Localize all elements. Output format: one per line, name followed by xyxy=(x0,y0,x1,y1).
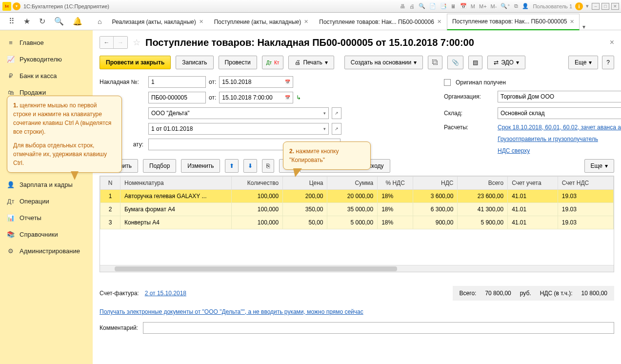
provesti-zakryt-button[interactable]: Провести и закрыть xyxy=(100,56,171,69)
sidebar-item-catalogs[interactable]: 📚Справочники xyxy=(0,226,93,243)
close-icon[interactable]: ✕ xyxy=(570,19,574,25)
h-scrollbar[interactable] xyxy=(100,265,614,272)
calendar-icon[interactable]: 📅 xyxy=(283,80,290,84)
calendar-icon[interactable]: 📅 xyxy=(459,3,468,9)
raschety-link[interactable]: Срок 18.10.2018, 60.01, 60.02, зачет ава… xyxy=(498,124,621,131)
tab-postuplenie-5[interactable]: Поступление товаров: Нак... ПБ00-000005✕ xyxy=(447,14,580,30)
user-name[interactable]: Пользователь 1 xyxy=(532,3,573,9)
close-window-button[interactable]: ✕ xyxy=(611,3,619,10)
create-based-on-button[interactable]: Создать на основании▾ xyxy=(344,56,423,69)
gruzo-link[interactable]: Грузоотправитель и грузополучатель xyxy=(498,136,598,142)
move-down-button[interactable]: ⬇ xyxy=(243,159,257,173)
sidebar-item-reports[interactable]: 📊Отчеты xyxy=(0,209,93,226)
table-row[interactable]: 3Конверты А4100,00050,005 000,0018%900,0… xyxy=(100,216,614,229)
close-icon[interactable]: ✕ xyxy=(437,19,441,25)
col-nds[interactable]: НДС xyxy=(413,177,458,190)
total-value: 70 800,00 xyxy=(485,290,511,297)
zoom-icon[interactable]: 🔍⁺ xyxy=(500,3,511,9)
minimize-button[interactable]: – xyxy=(592,3,600,10)
mem-plus[interactable]: M+ xyxy=(478,3,488,9)
col-accnds[interactable]: Счет НДС xyxy=(558,177,613,190)
goods-table: N Номенклатура Количество Цена Сумма % Н… xyxy=(100,176,614,272)
comment-input[interactable] xyxy=(143,322,614,334)
main-menu-dropdown[interactable]: ▾ xyxy=(13,2,20,10)
open-ref-button[interactable]: ↗ xyxy=(332,107,341,119)
calc-icon[interactable]: 🖩 xyxy=(450,3,457,9)
post-icon[interactable]: ↳ xyxy=(296,94,301,101)
calendar-icon[interactable]: 📅 xyxy=(283,95,290,100)
close-icon[interactable]: ✕ xyxy=(304,19,308,25)
col-n[interactable]: N xyxy=(100,177,120,190)
doc-no-input[interactable]: ПБ00-000005 xyxy=(148,92,206,103)
docs-icon[interactable]: 📑 xyxy=(439,3,448,9)
sf-link[interactable]: 2 от 15.10.2018 xyxy=(145,290,186,297)
nakladnaya-no-input[interactable]: 1 xyxy=(148,76,206,88)
search-main-icon[interactable]: 🔍 xyxy=(54,17,64,26)
mem-minus[interactable]: M- xyxy=(490,3,498,9)
col-nom[interactable]: Номенклатура xyxy=(120,177,232,190)
print-icon[interactable]: 🖶 xyxy=(399,3,406,9)
col-sum[interactable]: Сумма xyxy=(327,177,378,190)
favorite-star-icon[interactable]: ☆ xyxy=(133,37,140,48)
tab-postuplenie-list[interactable]: Поступление (акты, накладные)✕ xyxy=(209,14,314,30)
org-input[interactable]: Торговый Дом ООО▾ xyxy=(498,91,621,102)
edo-button[interactable]: ⇄ЭДО▾ xyxy=(487,56,525,69)
doc-date-input[interactable]: 15.10.2018 7:00:00📅 xyxy=(219,92,293,103)
original-checkbox[interactable] xyxy=(444,79,451,86)
move-up-button[interactable]: ⬆ xyxy=(225,159,239,173)
tabs-overflow[interactable]: ▾ xyxy=(580,23,588,30)
open-ref-button[interactable]: ↗ xyxy=(332,123,341,135)
favorite-icon[interactable]: ★ xyxy=(23,17,30,26)
sidebar-item-admin[interactable]: ⚙Администрирование xyxy=(0,243,93,259)
info-icon[interactable]: i xyxy=(575,2,583,10)
edo-offer-link[interactable]: Получать электронные документы от "ООО "… xyxy=(100,308,363,315)
close-doc-icon[interactable]: × xyxy=(610,38,614,47)
mem-clear[interactable]: M xyxy=(470,3,476,9)
table-more-button[interactable]: Еще▾ xyxy=(584,159,614,173)
tab-realization[interactable]: Реализация (акты, накладные)✕ xyxy=(106,14,208,30)
back-button[interactable]: ← xyxy=(100,37,114,48)
provesti-button[interactable]: Провести xyxy=(219,56,257,69)
table-row[interactable]: 2Бумага формат А4100,000350,0035 000,001… xyxy=(100,203,614,216)
list-button[interactable]: ▤ xyxy=(468,56,482,69)
more-button[interactable]: Еще▾ xyxy=(568,56,598,69)
nds-link[interactable]: НДС сверху xyxy=(498,147,530,154)
contragent-input[interactable]: ООО "Дельта"▾ xyxy=(148,107,329,119)
change-button[interactable]: Изменить xyxy=(181,159,220,173)
history-icon[interactable]: ↻ xyxy=(39,17,45,26)
sidebar-item-bank[interactable]: ₽Банк и касса xyxy=(0,67,93,84)
table-row[interactable]: 1Авторучка гелевая GALAXY ...100,000200,… xyxy=(100,190,614,203)
bell-icon[interactable]: 🔔 xyxy=(73,17,82,26)
col-qty[interactable]: Количество xyxy=(232,177,283,190)
sidebar-item-operations[interactable]: ДтОперации xyxy=(0,193,93,209)
help-button[interactable]: ? xyxy=(602,56,614,69)
sklad-input[interactable]: Основной склад▾ xyxy=(498,107,621,119)
windows-icon[interactable]: ⧉ xyxy=(513,3,519,9)
col-price[interactable]: Цена xyxy=(283,177,327,190)
sidebar-item-main[interactable]: ≡Главное xyxy=(0,34,93,51)
close-icon[interactable]: ✕ xyxy=(199,19,203,25)
maximize-button[interactable]: □ xyxy=(601,3,609,10)
col-acc[interactable]: Счет учета xyxy=(508,177,558,190)
info-dd[interactable]: ▾ xyxy=(585,3,590,9)
home-icon[interactable]: ⌂ xyxy=(93,18,106,25)
col-total[interactable]: Всего xyxy=(458,177,508,190)
podbor-button[interactable]: Подбор xyxy=(143,159,176,173)
sidebar-item-manager[interactable]: 📈Руководителю xyxy=(0,51,93,67)
sidebar-item-hr[interactable]: 👤Зарплата и кадры xyxy=(0,176,93,193)
attach-button[interactable]: 📎 xyxy=(447,56,463,69)
forward-button[interactable]: → xyxy=(114,37,127,48)
struct-button[interactable]: ⿻ xyxy=(428,56,442,69)
tab-postuplenie-6[interactable]: Поступление товаров: Нак... ПБ00-000006✕ xyxy=(314,14,447,30)
zapisat-button[interactable]: Записать xyxy=(176,56,213,69)
dogovor-input[interactable]: 1 от 01.01.2018▾ xyxy=(148,123,329,135)
apps-icon[interactable]: ⠿ xyxy=(9,17,15,26)
doc-icon[interactable]: 📄 xyxy=(428,3,437,9)
copy-button[interactable]: ⎘ xyxy=(262,159,274,173)
print-button[interactable]: 🖨Печать▾ xyxy=(288,56,334,69)
print2-icon[interactable]: 🖨 xyxy=(408,3,416,9)
dtct-button[interactable]: ДтКт xyxy=(262,56,284,69)
search-icon[interactable]: 🔍 xyxy=(418,3,426,9)
col-pnds[interactable]: % НДС xyxy=(378,177,413,190)
nakladnaya-date-input[interactable]: 15.10.2018📅 xyxy=(219,76,293,88)
